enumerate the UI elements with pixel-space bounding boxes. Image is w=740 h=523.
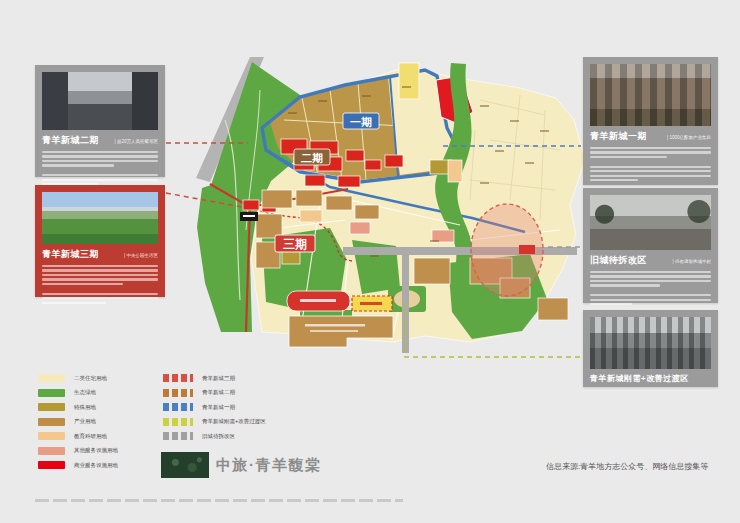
phase1-body-text bbox=[590, 147, 711, 181]
legend-dash-phase2 bbox=[163, 389, 193, 397]
info-panel-transition: 青羊新城刚需+改善过渡区 bbox=[583, 310, 718, 387]
legend-row: 生态绿地 bbox=[38, 389, 118, 397]
phase1-map-label: 一期 bbox=[350, 116, 372, 128]
legend-label: 特殊用地 bbox=[74, 404, 96, 411]
black-mini-label-text bbox=[243, 215, 255, 217]
legend-label: 产业用地 bbox=[74, 418, 96, 425]
legend-zones: 青羊新城三期 青羊新城二期 青羊新城一期 青羊新城刚需+改善过渡区 旧城待拆改区 bbox=[163, 374, 266, 447]
legend-label: 青羊新城三期 bbox=[202, 375, 235, 382]
legend-swatch-other-service bbox=[38, 447, 65, 455]
developer-logo-text: 中旅·青羊馥棠 bbox=[216, 452, 322, 478]
legend-row: 青羊新城二期 bbox=[163, 389, 266, 397]
legend-swatch-residential bbox=[38, 374, 65, 382]
developer-logo-image bbox=[161, 452, 209, 478]
phase2-title-row: 青羊新城二期 | 超20万人高密聚居区 bbox=[42, 134, 158, 147]
legend-row: 特殊用地 bbox=[38, 403, 118, 411]
legend-swatch-green bbox=[38, 389, 65, 397]
legend-swatch-industry bbox=[38, 418, 65, 426]
legend-swatch-education bbox=[38, 432, 65, 440]
transition-title-row: 青羊新城刚需+改善过渡区 bbox=[590, 373, 711, 384]
legend-dash-phase1 bbox=[163, 403, 193, 411]
red-pill-text-mark bbox=[300, 299, 336, 302]
yellow-parcel bbox=[399, 63, 419, 99]
legend-row: 其他服务设施用地 bbox=[38, 447, 118, 455]
legend-label: 商业服务设施用地 bbox=[74, 462, 118, 469]
phase3-photo bbox=[42, 192, 158, 244]
phase3-body-text bbox=[42, 265, 158, 304]
source-note: 信息来源:青羊地方志公众号、网络信息搜集等 bbox=[546, 461, 708, 472]
legend-row: 教育科研用地 bbox=[38, 432, 118, 440]
legend-label: 其他服务设施用地 bbox=[74, 447, 118, 454]
phase1-title: 青羊新城一期 bbox=[590, 130, 647, 143]
legend-row: 青羊新城三期 bbox=[163, 374, 266, 382]
legend-label: 生态绿地 bbox=[74, 389, 96, 396]
legend-row: 青羊新城刚需+改善过渡区 bbox=[163, 418, 266, 426]
info-panel-oldtown: 旧城待拆改区 | 仍有遗留的城中村 bbox=[583, 188, 718, 303]
phase2-photo bbox=[42, 72, 158, 130]
legend-row: 二类住宅用地 bbox=[38, 374, 118, 382]
oldtown-title: 旧城待拆改区 bbox=[590, 254, 647, 267]
legend-swatch-special bbox=[38, 403, 65, 411]
phase2-map-label: 二期 bbox=[301, 152, 323, 164]
oldtown-photo bbox=[590, 195, 711, 250]
legend-dash-transition bbox=[163, 418, 193, 426]
phase2-title: 青羊新城二期 bbox=[42, 134, 99, 147]
transition-photo bbox=[590, 317, 711, 369]
legend-row: 产业用地 bbox=[38, 418, 118, 426]
legend-label: 青羊新城刚需+改善过渡区 bbox=[202, 418, 266, 425]
phase2-body-text bbox=[42, 151, 158, 185]
phase2-subtitle: | 超20万人高密聚居区 bbox=[115, 139, 158, 144]
legend-land-use: 二类住宅用地 生态绿地 特殊用地 产业用地 教育科研用地 其他服务设施用地 商业… bbox=[38, 374, 118, 476]
phase1-subtitle: | 1000亿配套产业集群 bbox=[667, 135, 711, 140]
legend-dash-phase3 bbox=[163, 374, 193, 382]
info-panel-phase1: 青羊新城一期 | 1000亿配套产业集群 bbox=[583, 57, 718, 185]
phase1-title-row: 青羊新城一期 | 1000亿配套产业集群 bbox=[590, 130, 711, 143]
legend-dash-oldtown bbox=[163, 432, 193, 440]
info-panel-phase2: 青羊新城二期 | 超20万人高密聚居区 bbox=[35, 65, 165, 177]
legend-row: 旧城待拆改区 bbox=[163, 432, 266, 440]
phase3-subtitle: | 中央公园生活区 bbox=[124, 253, 158, 258]
substation-text-mark bbox=[360, 302, 382, 305]
fine-print-line bbox=[35, 499, 403, 502]
phase3-title-row: 青羊新城三期 | 中央公园生活区 bbox=[42, 248, 158, 261]
oldtown-mini-label bbox=[519, 245, 535, 254]
qingyang-newtown-map-poster: { "info_panels": { "phase2": { "title": … bbox=[0, 0, 740, 523]
legend-label: 教育科研用地 bbox=[74, 433, 107, 440]
legend-swatch-commercial bbox=[38, 461, 65, 469]
phase3-title: 青羊新城三期 bbox=[42, 248, 99, 261]
oldtown-body-text bbox=[590, 271, 711, 305]
legend-label: 旧城待拆改区 bbox=[202, 433, 235, 440]
legend-label: 青羊新城二期 bbox=[202, 389, 235, 396]
info-panel-phase3: 青羊新城三期 | 中央公园生活区 bbox=[35, 185, 165, 297]
depot-text-mark bbox=[305, 324, 365, 327]
depot-text-mark-2 bbox=[310, 330, 358, 332]
legend-row: 青羊新城一期 bbox=[163, 403, 266, 411]
phase3-map-label: 三期 bbox=[283, 237, 307, 251]
phase1-photo bbox=[590, 64, 711, 126]
legend-label: 二类住宅用地 bbox=[74, 375, 107, 382]
oldtown-subtitle: | 仍有遗留的城中村 bbox=[673, 259, 711, 264]
legend-row: 商业服务设施用地 bbox=[38, 461, 118, 469]
legend-label: 青羊新城一期 bbox=[202, 404, 235, 411]
transition-title: 青羊新城刚需+改善过渡区 bbox=[590, 373, 689, 384]
oldtown-title-row: 旧城待拆改区 | 仍有遗留的城中村 bbox=[590, 254, 711, 267]
